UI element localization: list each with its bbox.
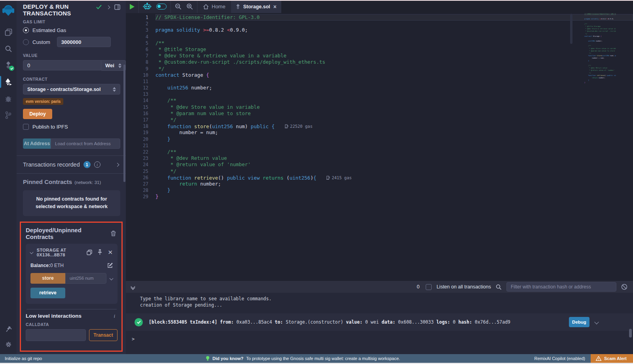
tx-expand-chevron[interactable] [594, 320, 599, 324]
debugger-button[interactable] [0, 91, 17, 106]
icon-rail [0, 0, 17, 354]
tab-storage-sol[interactable]: Storage.sol × [231, 0, 281, 13]
zoom-in-icon[interactable] [186, 3, 193, 10]
plugin-manager-button[interactable] [0, 322, 17, 337]
line-number: 10 [126, 72, 148, 78]
code-editor[interactable]: 1234567891011121314151617181920212223242… [126, 13, 633, 281]
code-line: * @dev Store & retrieve value in a varia… [155, 53, 633, 59]
contract-instance-card: STORAGE AT 0X136...8B78 ✕ Balance: 0 ETH [26, 244, 118, 304]
store-argument-input[interactable] [65, 273, 106, 284]
pin-instance-icon[interactable] [97, 249, 102, 255]
recorded-info-icon[interactable]: i [94, 161, 100, 168]
scam-alert-button[interactable]: Scam Alert [591, 354, 633, 363]
line-number: 15 [126, 104, 148, 110]
settings-button[interactable] [0, 337, 17, 352]
solidity-compiler-button[interactable] [0, 58, 17, 73]
estimated-gas-radio[interactable] [23, 27, 29, 33]
git-init-button[interactable]: Initialize as git repo [0, 356, 42, 361]
deployed-contracts-title: Deployed/Unpinned Contracts [26, 227, 111, 240]
code-line: } [155, 136, 633, 142]
code-line: return number; [155, 181, 633, 187]
active-plugin-indicator [0, 76, 1, 88]
zoom-out-icon[interactable] [175, 3, 182, 10]
calldata-input[interactable] [26, 329, 86, 341]
code-line: */ [155, 117, 633, 123]
instance-name: STORAGE AT 0X136...8B78 [37, 248, 83, 257]
at-address-input[interactable] [51, 138, 120, 149]
clear-console-icon[interactable] [621, 284, 627, 290]
line-number: 6 [126, 46, 148, 53]
terminal-collapse-button[interactable] [131, 285, 135, 289]
editor-scrollbar[interactable] [570, 14, 572, 44]
line-number: 12 [126, 85, 148, 91]
deployed-contracts-section-annotated: Deployed/Unpinned Contracts STORAGE AT 0… [20, 222, 123, 352]
terminal-scrollbar[interactable] [629, 329, 632, 337]
code-line [155, 21, 633, 27]
instance-collapse-chevron[interactable] [30, 250, 33, 254]
unit-stepper-icon [118, 63, 121, 68]
custom-gas-input[interactable] [57, 37, 111, 47]
deploy-run-button-active[interactable] [0, 74, 17, 89]
terminal-prompt[interactable]: > [126, 331, 633, 342]
home-icon [203, 4, 209, 9]
gear-icon [5, 341, 12, 348]
warning-icon [596, 356, 601, 361]
remix-logo-icon [2, 4, 15, 17]
code-line: /** [155, 149, 633, 155]
git-button[interactable] [0, 108, 17, 123]
deploy-run-icon [4, 78, 12, 86]
line-number: 17 [126, 117, 148, 123]
line-number: 3 [126, 27, 148, 33]
line-number: 9 [126, 66, 148, 72]
run-script-button[interactable] [130, 4, 135, 9]
clear-instances-button[interactable] [111, 231, 116, 236]
edit-balance-button[interactable] [107, 263, 113, 268]
value-input[interactable] [23, 60, 101, 70]
remix-logo[interactable] [0, 2, 17, 19]
transaction-log-row: [block:5583405 txIndex:4] from: 0xa03...… [126, 313, 633, 331]
ai-copilot-robot-icon[interactable] [143, 3, 152, 10]
lowlevel-info-icon[interactable]: i [114, 313, 115, 319]
terminal-body[interactable]: Type the library name to see available c… [126, 293, 633, 354]
did-you-know-tip: Did you know? To prototype using the Gno… [206, 356, 400, 361]
search-button[interactable] [0, 41, 17, 56]
minimap[interactable]: // SPDX-License-Identifier: GPL-3.0 prag… [584, 13, 616, 87]
store-function-button[interactable]: store [30, 273, 65, 284]
value-unit-select[interactable]: Wei [101, 60, 126, 71]
recorded-expand-chevron[interactable] [116, 163, 119, 167]
panel-expand-chevron[interactable] [106, 5, 110, 9]
line-number: 19 [126, 129, 148, 136]
line-number: 25 [126, 168, 148, 174]
close-tab-icon[interactable]: × [273, 4, 277, 10]
code-line: number = num; [155, 129, 633, 136]
custom-gas-radio[interactable] [23, 39, 29, 45]
publish-ipfs-checkbox[interactable] [23, 124, 29, 130]
pin-panel-icon[interactable] [114, 4, 120, 10]
run-group [126, 0, 139, 13]
copy-address-icon[interactable] [87, 250, 92, 255]
status-bar: Initialize as git repo Did you know? To … [0, 354, 633, 363]
code-line: /** [155, 97, 633, 104]
file-explorer-button[interactable] [0, 25, 17, 40]
tab-home[interactable]: Home [197, 0, 231, 13]
files-icon [5, 28, 12, 36]
copilot-status[interactable]: RemixAI Copilot (enabled) [534, 356, 585, 361]
terminal-filter-input[interactable] [506, 282, 616, 292]
expand-arguments-chevron[interactable] [110, 276, 114, 280]
line-number: 24 [126, 161, 148, 168]
ai-copilot-toggle[interactable] [156, 4, 167, 9]
tip-bold: Did you know? [212, 356, 243, 361]
terminal-search-icon[interactable] [496, 284, 502, 290]
deploy-button[interactable]: Deploy [23, 109, 52, 119]
lightbulb-icon [206, 356, 210, 361]
panel-scrollbar[interactable] [123, 64, 125, 182]
debug-button[interactable]: Debug [569, 317, 589, 327]
contract-select[interactable]: Storage - contracts/Storage.sol [23, 84, 120, 95]
at-address-button[interactable]: At Address [23, 138, 51, 149]
lowlevel-title: Low level interactions [26, 313, 81, 319]
remove-instance-icon[interactable]: ✕ [108, 249, 113, 255]
transact-button[interactable]: Transact [89, 329, 118, 341]
line-number: 16 [126, 110, 148, 117]
listen-all-checkbox[interactable] [426, 284, 432, 290]
retrieve-function-button[interactable]: retrieve [30, 288, 65, 298]
